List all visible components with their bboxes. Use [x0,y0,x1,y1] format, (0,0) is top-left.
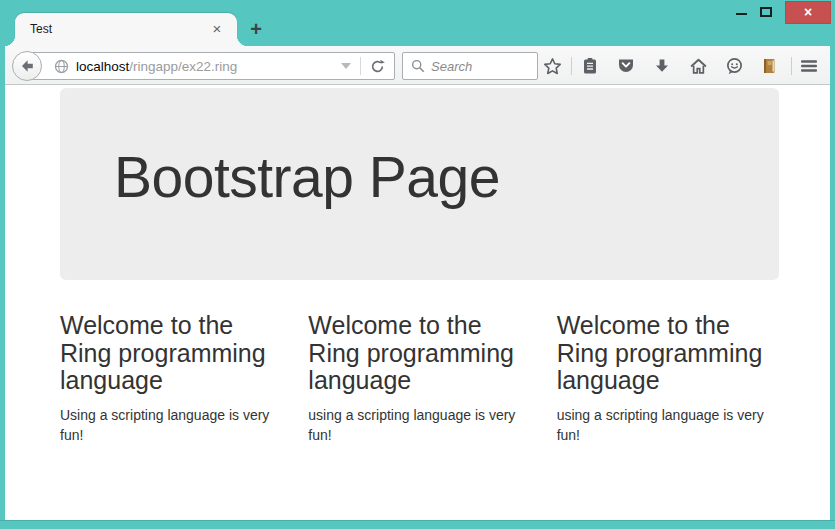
tab-title: Test [30,22,52,36]
pocket-button[interactable] [612,52,640,80]
titlebar[interactable]: Test × + × [0,0,835,46]
column-heading: Welcome to the Ring programming language [557,312,775,395]
page-title: Bootstrap Page [114,146,725,209]
bookmarks-list-button[interactable] [576,52,604,80]
book-addon-icon [760,57,778,75]
column-1: Welcome to the Ring programming language… [45,280,293,445]
page-viewport: Bootstrap Page Welcome to the Ring progr… [5,85,830,520]
column-heading: Welcome to the Ring programming language [308,312,526,395]
column-2: Welcome to the Ring programming language… [293,280,541,445]
download-arrow-icon [653,57,671,75]
search-input[interactable] [431,59,521,74]
column-text: using a scripting language is very fun! [557,405,775,446]
window-border-left [0,46,5,521]
close-button[interactable]: × [785,1,831,24]
new-tab-button[interactable]: + [243,17,269,41]
back-button[interactable] [12,51,42,81]
toolbar-separator [791,57,792,75]
maximize-button[interactable] [755,2,777,22]
pocket-icon [617,57,635,75]
hello-chat-icon [725,57,744,76]
search-bar[interactable] [402,52,538,80]
globe-icon [54,59,69,74]
back-arrow-icon [19,58,35,74]
download-button[interactable] [648,52,676,80]
address-bar[interactable]: localhost/ringapp/ex22.ring [27,52,395,80]
window-border-right [830,46,835,521]
reload-button[interactable] [361,59,394,74]
dropdown-arrow-icon [341,63,351,69]
home-icon [689,57,708,76]
toolbar-separator [571,57,572,75]
jumbotron: Bootstrap Page [60,88,779,280]
reload-icon [370,59,385,74]
hello-chat-button[interactable] [720,52,748,80]
maximize-icon [760,7,772,17]
column-3: Welcome to the Ring programming language… [542,280,790,445]
column-text: using a scripting language is very fun! [308,405,526,446]
tab-close-icon[interactable]: × [207,19,227,39]
url-path: /ringapp/ex22.ring [129,59,237,74]
bookmarks-list-icon [581,57,599,75]
menu-button[interactable] [795,52,823,80]
window-border-bottom [0,520,835,529]
browser-window: Test × + × localhost/ringapp/ex22.ring [0,0,835,529]
urlbar-dropdown-button[interactable] [332,63,360,69]
minimize-icon [736,13,747,15]
home-button[interactable] [684,52,712,80]
browser-tab[interactable]: Test × [15,13,237,46]
minimize-button[interactable] [730,2,752,22]
navigation-toolbar: localhost/ringapp/ex22.ring [5,46,830,85]
columns-row: Welcome to the Ring programming language… [45,280,790,445]
column-heading: Welcome to the Ring programming language [60,312,278,395]
search-icon [411,59,425,73]
bookmark-star-button[interactable] [538,52,566,80]
column-text: Using a scripting language is very fun! [60,405,278,446]
book-addon-button[interactable] [755,52,783,80]
url-host: localhost [76,59,129,74]
bookmark-star-icon [543,57,562,76]
hamburger-menu-icon [799,57,819,75]
